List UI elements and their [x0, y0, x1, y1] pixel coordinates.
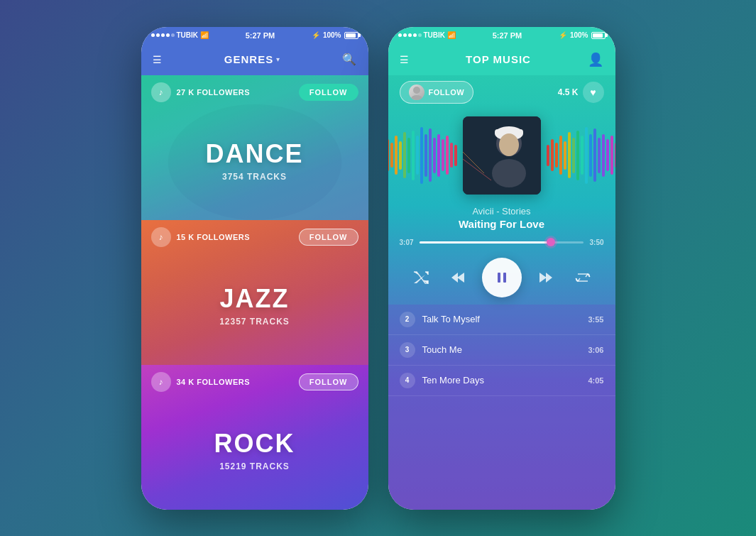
song-title: Waiting For Love	[395, 218, 608, 230]
svg-rect-12	[498, 273, 500, 283]
rock-top-bar: ♪ 34 K FOLLOWERS FOLLOW	[141, 365, 368, 399]
rock-follow-button[interactable]: FOLLOW	[299, 373, 358, 390]
track-item-2[interactable]: 3 Touch Me 3:06	[388, 335, 615, 366]
waveform-bar-12	[429, 128, 432, 182]
dance-top-bar: ♪ 27 K FOLLOWERS FOLLOW	[141, 75, 368, 109]
track-num-3: 4	[400, 373, 415, 388]
waveform-bar-13	[602, 134, 605, 177]
track-item-3[interactable]: 4 Ten More Days 4:05	[388, 366, 615, 396]
time-current: 3:07	[400, 239, 414, 246]
track-list: 2 Talk To Myself 3:55 3 Touch Me 3:06 4 …	[388, 305, 615, 510]
player-avatar	[409, 84, 424, 100]
next-button[interactable]	[533, 265, 559, 290]
music-status-left: TUBIK 📶	[398, 31, 456, 39]
waveform-bar-14	[437, 134, 440, 177]
waveform-bar-11	[593, 128, 596, 182]
jazz-card[interactable]: ♪ 15 K FOLLOWERS FOLLOW JAZZ 12357 TRACK…	[141, 220, 368, 365]
svg-rect-13	[503, 273, 506, 283]
waveform-bar-9	[585, 127, 588, 184]
track-name-1: Talk To Myself	[422, 314, 581, 324]
dance-content: DANCE 3754 TRACKS	[141, 109, 368, 220]
svg-point-1	[411, 95, 422, 100]
album-art	[463, 116, 541, 195]
msig-3	[408, 33, 412, 37]
music-carrier: TUBIK	[424, 31, 446, 39]
genres-phone: TUBIK 📶 5:27 PM ⚡ 100% ☰ GENRES ▾ 🔍	[141, 27, 368, 510]
waveform-bar-3	[390, 143, 393, 168]
time-label: 5:27 PM	[246, 31, 275, 40]
signal-dot-3	[161, 33, 165, 37]
dance-tracks: 3754 TRACKS	[222, 172, 287, 182]
msig-5	[418, 33, 422, 37]
genres-title: GENRES	[224, 53, 273, 65]
signal-dot-4	[166, 33, 170, 37]
music-bt-icon: ⚡	[559, 31, 567, 39]
music-menu-icon[interactable]: ☰	[400, 54, 409, 65]
battery-indicator	[344, 32, 358, 39]
profile-icon[interactable]: 👤	[588, 52, 603, 67]
waveform-left	[388, 120, 457, 191]
waveform-bar-2	[555, 143, 558, 168]
album-art-figure	[463, 116, 541, 195]
dance-follow-button[interactable]: FOLLOW	[299, 84, 358, 101]
waveform-bar-8	[581, 136, 584, 175]
heart-button[interactable]: ♥	[583, 82, 604, 103]
controls-bar	[388, 251, 615, 305]
jazz-top-bar: ♪ 15 K FOLLOWERS FOLLOW	[141, 220, 368, 254]
waveform-bar-17	[450, 143, 453, 168]
jazz-content: JAZZ 12357 TRACKS	[141, 254, 368, 365]
svg-marker-11	[451, 273, 458, 283]
svg-point-0	[413, 87, 420, 94]
chevron-down-icon: ▾	[276, 55, 280, 63]
shuffle-button[interactable]	[408, 265, 434, 290]
rock-content: ROCK 15219 TRACKS	[141, 399, 368, 510]
waveform-area	[388, 109, 615, 202]
battery-tip	[358, 33, 361, 37]
genres-title-area: GENRES ▾	[224, 53, 280, 65]
dance-genre-name: DANCE	[205, 139, 303, 169]
waveform-bar-2	[388, 139, 389, 171]
pause-button[interactable]	[482, 258, 522, 297]
bt-icon: ⚡	[312, 31, 320, 39]
svg-marker-15	[546, 273, 552, 283]
signal-dot-2	[156, 33, 160, 37]
dance-card[interactable]: ♪ 27 K FOLLOWERS FOLLOW DANCE 3754 TRACK…	[141, 75, 368, 220]
previous-button[interactable]	[445, 265, 471, 290]
waveform-bar-13	[433, 138, 436, 173]
player-follow-button[interactable]: FOLLOW	[400, 81, 474, 104]
track-duration-1: 3:55	[588, 315, 603, 324]
rock-followers: ♪ 34 K FOLLOWERS	[151, 372, 251, 392]
rock-card[interactable]: ♪ 34 K FOLLOWERS FOLLOW ROCK 15219 TRACK…	[141, 365, 368, 510]
rock-followers-text: 34 K FOLLOWERS	[177, 378, 251, 386]
progress-track[interactable]	[420, 241, 584, 244]
music-player: FOLLOW 4.5 K ♥	[388, 75, 615, 510]
music-status-bar: TUBIK 📶 5:27 PM ⚡ 100%	[388, 27, 615, 44]
waveform-bar-14	[606, 139, 609, 171]
song-info: Avicii - Stories Waiting For Love	[388, 202, 615, 234]
track-item-1[interactable]: 2 Talk To Myself 3:55	[388, 305, 615, 335]
waveform-bar-1	[551, 139, 554, 171]
progress-area: 3:07 3:50	[388, 234, 615, 251]
jazz-follow-button[interactable]: FOLLOW	[299, 229, 358, 246]
time-total: 3:50	[589, 239, 603, 246]
waveform-bar-7	[576, 131, 579, 180]
music-battery-pct: 100%	[570, 31, 588, 39]
waveform-bar-12	[598, 138, 601, 173]
battery-pct: 100%	[323, 31, 341, 39]
waveform-bar-6	[572, 138, 575, 173]
menu-icon[interactable]: ☰	[153, 54, 162, 65]
repeat-button[interactable]	[570, 265, 596, 290]
music-nav-title: TOP MUSIC	[466, 53, 531, 65]
svg-marker-14	[539, 273, 547, 283]
music-time: 5:27 PM	[493, 31, 522, 40]
track-num-2: 3	[400, 342, 415, 358]
waveform-bar-5	[399, 141, 402, 170]
status-left: TUBIK 📶	[151, 31, 209, 39]
music-phone: TUBIK 📶 5:27 PM ⚡ 100% ☰ TOP MUSIC 👤	[388, 27, 615, 510]
waveform-bar-7	[407, 138, 410, 173]
waveform-bar-15	[610, 136, 613, 175]
waveform-bar-10	[589, 134, 592, 177]
search-icon[interactable]: 🔍	[342, 53, 356, 66]
player-header: FOLLOW 4.5 K ♥	[388, 75, 615, 109]
track-name-2: Touch Me	[422, 344, 581, 355]
